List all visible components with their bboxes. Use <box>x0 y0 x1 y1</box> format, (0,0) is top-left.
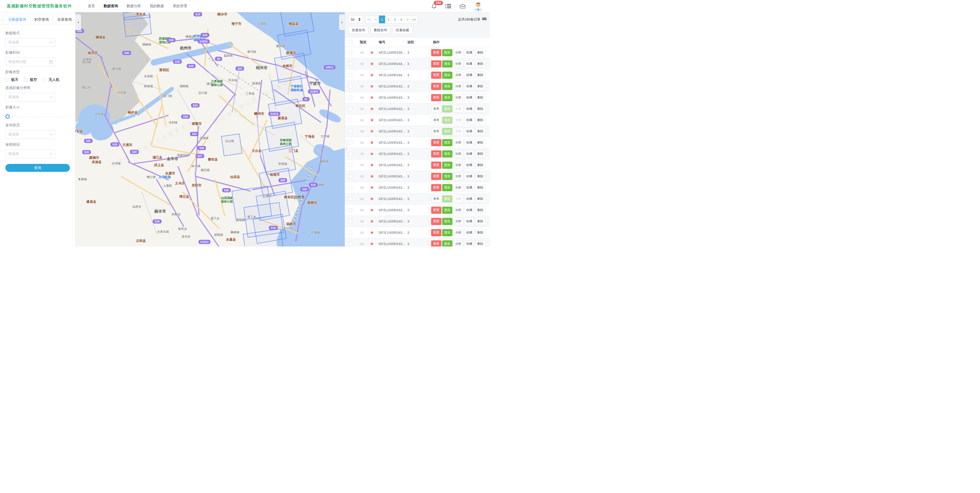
action-button-分析[interactable]: 分析 <box>453 83 463 90</box>
action-button-删除[interactable]: 删除 <box>475 128 485 135</box>
checkbox-航天[interactable]: 航天 <box>5 78 18 82</box>
query-button[interactable]: 查询 <box>5 164 70 172</box>
action-button-删除[interactable]: 删除 <box>475 105 485 113</box>
select-all-checkbox[interactable] <box>348 40 352 44</box>
publish-status-select[interactable]: 请选择 <box>5 130 56 139</box>
row-checkbox[interactable] <box>348 141 352 144</box>
data-format-select[interactable]: 请选择 <box>5 38 56 47</box>
action-button-预览[interactable]: 预览 <box>442 105 452 113</box>
action-button-删除[interactable]: 删除 <box>475 218 485 225</box>
action-button-分析[interactable]: 分析 <box>453 207 463 214</box>
favorite-star-icon[interactable] <box>368 242 377 246</box>
row-checkbox[interactable] <box>348 84 352 88</box>
action-button-重置[interactable]: 重置 <box>431 207 441 214</box>
action-button-重置[interactable]: 重置 <box>431 229 441 236</box>
action-button-预览[interactable]: 预览 <box>442 49 452 56</box>
preview-eye-icon[interactable] <box>358 220 368 223</box>
action-button-预览[interactable]: 预览 <box>442 128 452 135</box>
preview-eye-icon[interactable] <box>358 243 368 246</box>
action-button-分析[interactable]: 分析 <box>453 71 463 79</box>
favorite-star-icon[interactable] <box>368 163 377 167</box>
action-button-删除[interactable]: 删除 <box>475 229 485 236</box>
action-button-删除[interactable]: 删除 <box>475 94 485 101</box>
table-row[interactable]: GF2L1A000143...3重置预览分析收藏删除 <box>345 204 490 216</box>
favorite-star-icon[interactable] <box>368 174 377 178</box>
preview-eye-icon[interactable] <box>358 209 368 212</box>
favorite-star-icon[interactable] <box>368 231 377 235</box>
task-list-button[interactable] <box>445 3 452 10</box>
row-checkbox[interactable] <box>348 185 352 189</box>
row-checkbox[interactable] <box>348 51 352 54</box>
action-button-删除[interactable]: 删除 <box>475 195 485 203</box>
action-button-重置[interactable]: 重置 <box>431 94 441 101</box>
collapse-left-panel-button[interactable]: ‹ <box>75 14 81 30</box>
pager-page-1[interactable]: 1 <box>379 16 385 23</box>
checkbox-航空[interactable]: 航空 <box>24 78 37 82</box>
action-button-删除[interactable]: 删除 <box>475 139 485 146</box>
table-row[interactable]: GF2L1A000143...3重置预览分析收藏删除 <box>345 137 490 148</box>
preview-eye-icon[interactable] <box>358 130 368 133</box>
action-button-收藏[interactable]: 收藏 <box>464 60 474 68</box>
row-checkbox[interactable] <box>348 62 352 66</box>
preview-eye-icon[interactable] <box>358 186 368 189</box>
table-row[interactable]: GF2L1A000143...3发布预览分析收藏删除 <box>345 193 490 204</box>
action-button-分析[interactable]: 分析 <box>453 117 463 124</box>
favorite-star-icon[interactable] <box>368 129 377 133</box>
action-button-删除[interactable]: 删除 <box>475 162 485 169</box>
table-row[interactable]: GF2L1A000143...3重置预览分析收藏删除 <box>345 160 490 171</box>
action-button-收藏[interactable]: 收藏 <box>464 195 474 203</box>
action-button-删除[interactable]: 删除 <box>475 60 485 68</box>
action-button-分析[interactable]: 分析 <box>453 229 463 236</box>
notifications-button[interactable]: 144 <box>431 3 437 10</box>
nav-item-首页[interactable]: 首页 <box>88 4 95 8</box>
action-button-收藏[interactable]: 收藏 <box>464 184 474 191</box>
action-button-重置[interactable]: 重置 <box>431 83 441 90</box>
table-row[interactable]: GF2L1A000159...3重置预览分析收藏删除 <box>345 47 490 58</box>
action-button-删除[interactable]: 删除 <box>475 207 485 214</box>
action-button-收藏[interactable]: 收藏 <box>464 117 474 124</box>
action-button-收藏[interactable]: 收藏 <box>464 207 474 214</box>
action-button-删除[interactable]: 删除 <box>475 71 485 79</box>
action-button-分析[interactable]: 分析 <box>453 128 463 135</box>
action-button-重置[interactable]: 重置 <box>431 60 441 68</box>
pager-page-4[interactable]: 4 <box>398 16 404 23</box>
user-avatar[interactable] <box>474 2 483 11</box>
action-button-收藏[interactable]: 收藏 <box>464 94 474 101</box>
row-checkbox[interactable] <box>348 96 352 100</box>
row-checkbox[interactable] <box>348 152 352 156</box>
action-button-收藏[interactable]: 收藏 <box>464 139 474 146</box>
table-row[interactable]: GF2L1A000143...3重置预览分析收藏删除 <box>345 227 490 238</box>
action-button-预览[interactable]: 预览 <box>442 94 452 101</box>
table-row[interactable]: GF2L1A000143...3重置预览分析收藏删除 <box>345 92 490 103</box>
favorite-star-icon[interactable] <box>368 118 377 122</box>
action-button-预览[interactable]: 预览 <box>442 240 452 247</box>
action-button-分析[interactable]: 分析 <box>453 60 463 68</box>
row-checkbox[interactable] <box>348 197 352 201</box>
action-button-收藏[interactable]: 收藏 <box>464 49 474 56</box>
row-checkbox[interactable] <box>348 219 352 223</box>
action-button-分析[interactable]: 分析 <box>453 184 463 191</box>
table-row[interactable]: GF2L1A000143...3重置预览分析收藏删除 <box>345 171 490 182</box>
action-button-收藏[interactable]: 收藏 <box>464 83 474 90</box>
action-button-预览[interactable]: 预览 <box>442 71 452 79</box>
tabs-scroll-prev-icon[interactable]: ‹ <box>0 14 3 25</box>
tab-目录查询[interactable]: 目录查询 <box>53 14 72 25</box>
table-row[interactable]: GF2L1A000143...3重置预览分析收藏删除 <box>345 81 490 92</box>
table-row[interactable]: GF2L1A000143...3重置预览分析收藏删除 <box>345 216 490 227</box>
action-button-预览[interactable]: 预览 <box>442 139 452 146</box>
nav-item-系统管理[interactable]: 系统管理 <box>173 4 187 8</box>
table-row[interactable]: GF2L1A000144...3重置预览分析收藏删除 <box>345 70 490 81</box>
action-button-发布[interactable]: 发布 <box>431 105 441 113</box>
pager-next-button[interactable]: > <box>404 16 411 23</box>
action-button-预览[interactable]: 预览 <box>442 229 452 236</box>
favorite-star-icon[interactable] <box>368 73 377 77</box>
table-row[interactable]: GF2L1A000144...3重置预览分析收藏删除 <box>345 58 490 70</box>
action-button-删除[interactable]: 删除 <box>475 49 485 56</box>
favorite-star-icon[interactable] <box>368 84 377 88</box>
tab-时空查询[interactable]: 时空查询 <box>30 14 53 25</box>
action-button-分析[interactable]: 分析 <box>453 240 463 247</box>
action-button-预览[interactable]: 预览 <box>442 60 452 68</box>
action-button-删除[interactable]: 删除 <box>475 117 485 124</box>
action-button-收藏[interactable]: 收藏 <box>464 128 474 135</box>
checkbox-无人机[interactable]: 无人机 <box>43 78 59 82</box>
